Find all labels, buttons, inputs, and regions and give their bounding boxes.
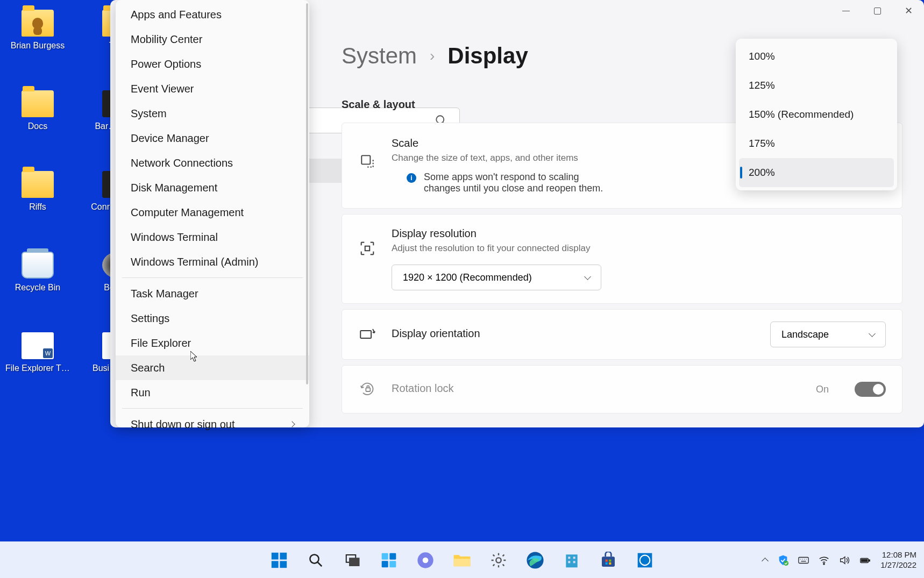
desktop-icon-riffs[interactable]: Riffs	[5, 171, 70, 212]
wifi-icon	[818, 554, 830, 566]
edge-button[interactable]	[521, 546, 549, 574]
maximize-icon	[874, 8, 881, 15]
winx-item-label: Run	[131, 387, 151, 399]
winx-item-system[interactable]: System	[116, 101, 309, 126]
close-icon: ✕	[905, 5, 913, 17]
teams-button[interactable]	[411, 546, 439, 574]
winx-item-file-explorer[interactable]: File Explorer	[116, 331, 309, 355]
winx-item-label: Shut down or sign out	[131, 418, 234, 431]
file-explorer-button[interactable]	[448, 546, 476, 574]
resolution-dropdown[interactable]: 1920 × 1200 (Recommended)	[392, 265, 601, 290]
close-button[interactable]: ✕	[893, 0, 924, 22]
winx-item-event-viewer[interactable]: Event Viewer	[116, 76, 309, 101]
start-button[interactable]	[265, 546, 293, 574]
resolution-icon	[358, 239, 376, 258]
desktop-icon-docs[interactable]: Docs	[5, 90, 70, 131]
winx-item-label: Event Viewer	[131, 83, 194, 95]
svg-rect-32	[609, 562, 611, 565]
company-portal-button[interactable]	[558, 546, 586, 574]
winx-item-windows-terminal-admin-[interactable]: Windows Terminal (Admin)	[116, 249, 309, 274]
winx-item-label: Windows Terminal	[131, 231, 218, 244]
clock-time: 12:08 PM	[880, 550, 916, 560]
orientation-card[interactable]: Display orientation Landscape	[342, 309, 902, 360]
widgets-button[interactable]	[375, 546, 403, 574]
svg-rect-25	[573, 556, 575, 559]
svg-rect-16	[382, 561, 388, 567]
battery-icon	[859, 554, 871, 566]
svg-rect-2	[361, 155, 370, 164]
windows-logo-icon	[270, 551, 288, 569]
svg-rect-14	[382, 553, 388, 559]
chevron-right-icon: ›	[430, 47, 435, 65]
desktop-icon-recycle-bin[interactable]: Recycle Bin	[5, 252, 70, 292]
scale-option-125[interactable]: 125%	[739, 71, 894, 100]
winx-item-computer-management[interactable]: Computer Management	[116, 200, 309, 225]
winx-item-label: Mobility Center	[131, 33, 202, 46]
scale-option-200[interactable]: 200%	[739, 158, 894, 187]
svg-rect-30	[609, 559, 611, 561]
systray[interactable]	[777, 554, 871, 566]
volume-icon	[838, 554, 850, 566]
winx-item-device-manager[interactable]: Device Manager	[116, 126, 309, 151]
breadcrumb-parent[interactable]: System	[342, 43, 417, 69]
clock[interactable]: 12:08 PM 1/27/2022	[880, 550, 916, 570]
microsoft-store-button[interactable]	[594, 546, 622, 574]
user-folder-icon	[22, 10, 54, 37]
winx-item-label: Windows Terminal (Admin)	[131, 256, 258, 268]
scale-option-150[interactable]: 150% (Recommended)	[739, 100, 894, 129]
tray-overflow-button[interactable]	[762, 558, 769, 565]
svg-rect-3	[365, 246, 370, 251]
resolution-card[interactable]: Display resolution Adjust the resolution…	[342, 214, 902, 304]
task-view-button[interactable]	[338, 546, 366, 574]
desktop-icon-user[interactable]: Brian Burgess	[5, 10, 70, 51]
desktop-icon-word-doc[interactable]: File Explorer This PC Wi...	[5, 332, 70, 373]
winx-item-label: File Explorer	[131, 337, 191, 349]
svg-line-11	[318, 562, 322, 566]
rotation-lock-toggle[interactable]	[855, 382, 886, 397]
edge-icon	[526, 551, 544, 569]
scale-dropdown-flyout: 100% 125% 150% (Recommended) 175% 200%	[736, 39, 897, 190]
folder-icon	[22, 171, 54, 198]
svg-rect-36	[799, 557, 808, 563]
svg-rect-5	[366, 388, 370, 392]
scrollbar[interactable]	[306, 3, 308, 384]
winx-item-disk-management[interactable]: Disk Management	[116, 175, 309, 200]
svg-rect-31	[606, 562, 608, 565]
winx-item-apps-and-features[interactable]: Apps and Features	[116, 2, 309, 27]
desktop-icon-label: Riffs	[29, 202, 46, 212]
folder-icon	[22, 90, 54, 117]
scale-option-175[interactable]: 175%	[739, 129, 894, 158]
svg-rect-27	[573, 561, 575, 563]
winx-item-network-connections[interactable]: Network Connections	[116, 151, 309, 175]
winx-item-shut-down-or-sign-out[interactable]: Shut down or sign out	[116, 412, 309, 437]
settings-taskbar-button[interactable]	[485, 546, 513, 574]
svg-point-21	[496, 558, 501, 562]
taskbar-center	[265, 546, 659, 574]
svg-rect-45	[862, 559, 868, 562]
winx-item-label: Task Manager	[131, 288, 198, 300]
svg-point-10	[310, 554, 318, 563]
svg-rect-20	[454, 559, 471, 566]
search-button[interactable]	[302, 546, 330, 574]
keyboard-icon	[798, 554, 809, 566]
winx-item-settings[interactable]: Settings	[116, 306, 309, 331]
winx-item-search[interactable]: Search	[116, 355, 309, 380]
winx-item-label: Network Connections	[131, 157, 233, 169]
maximize-button[interactable]	[862, 0, 893, 22]
dell-app-button[interactable]	[631, 546, 659, 574]
resolution-title: Display resolution	[392, 227, 886, 240]
svg-point-42	[823, 563, 825, 564]
minimize-button[interactable]	[830, 0, 862, 22]
winx-item-power-options[interactable]: Power Options	[116, 52, 309, 76]
svg-rect-24	[568, 556, 570, 559]
winx-item-task-manager[interactable]: Task Manager	[116, 281, 309, 306]
winx-item-windows-terminal[interactable]: Windows Terminal	[116, 225, 309, 249]
winx-item-mobility-center[interactable]: Mobility Center	[116, 27, 309, 52]
window-titlebar: ✕	[830, 0, 924, 27]
orientation-dropdown[interactable]: Landscape	[770, 322, 886, 347]
resolution-subtitle: Adjust the resolution to fit your connec…	[392, 242, 886, 255]
svg-rect-6	[272, 552, 279, 559]
scale-option-100[interactable]: 100%	[739, 42, 894, 71]
winx-item-run[interactable]: Run	[116, 380, 309, 405]
winx-item-label: Disk Management	[131, 182, 217, 194]
